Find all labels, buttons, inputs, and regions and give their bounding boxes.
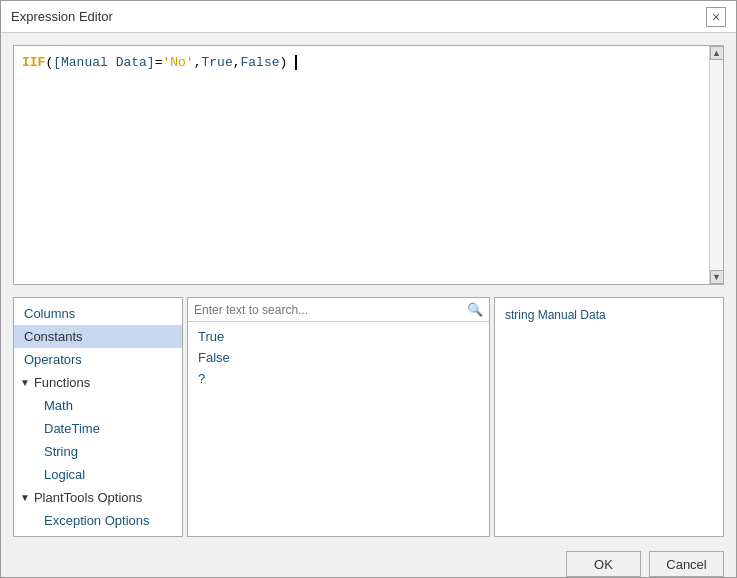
nav-item-exception-options[interactable]: Exception Options <box>14 509 182 532</box>
expr-value: 'No' <box>162 55 193 70</box>
cursor <box>287 55 297 70</box>
nav-item-math[interactable]: Math <box>14 394 182 417</box>
nav-section-planttools[interactable]: ▼ PlantTools Options <box>14 486 182 509</box>
scroll-up-arrow[interactable]: ▲ <box>710 46 724 60</box>
nav-item-logical[interactable]: Logical <box>14 463 182 486</box>
right-panel: string Manual Data <box>494 297 724 537</box>
nav-section-functions[interactable]: ▼ Functions <box>14 371 182 394</box>
expression-editor-dialog: Expression Editor × IIF([Manual Data]='N… <box>0 0 737 578</box>
nav-item-constants[interactable]: Constants <box>14 325 182 348</box>
collapse-icon: ▼ <box>20 377 30 388</box>
left-panel: Columns Constants Operators ▼ Functions … <box>13 297 183 537</box>
title-bar: Expression Editor × <box>1 1 736 33</box>
footer: OK Cancel <box>1 545 736 578</box>
collapse-icon-plant: ▼ <box>20 492 30 503</box>
dialog-title: Expression Editor <box>11 9 113 24</box>
vertical-scrollbar[interactable]: ▲ ▼ <box>709 46 723 284</box>
functions-label: Functions <box>34 375 90 390</box>
nav-item-columns[interactable]: Columns <box>14 302 182 325</box>
cancel-button[interactable]: Cancel <box>649 551 724 577</box>
planttools-label: PlantTools Options <box>34 490 142 505</box>
info-text: string Manual Data <box>501 304 717 326</box>
search-box: 🔍 <box>188 298 489 322</box>
close-button[interactable]: × <box>706 7 726 27</box>
expression-area: IIF([Manual Data]='No',True,False) ▲ ▼ <box>13 45 724 285</box>
search-input[interactable] <box>194 303 467 317</box>
expr-false: False <box>241 55 280 70</box>
scroll-down-arrow[interactable]: ▼ <box>710 270 724 284</box>
nav-item-operators[interactable]: Operators <box>14 348 182 371</box>
expr-iif: IIF <box>22 55 45 70</box>
scroll-track <box>710 60 723 270</box>
mid-panel: 🔍 True False ? <box>187 297 490 537</box>
ok-button[interactable]: OK <box>566 551 641 577</box>
panels-container: Columns Constants Operators ▼ Functions … <box>13 297 724 537</box>
mid-list: True False ? <box>188 322 489 536</box>
nav-item-datetime[interactable]: DateTime <box>14 417 182 440</box>
expr-comma2: , <box>233 55 241 70</box>
list-item[interactable]: True <box>188 326 489 347</box>
nav-item-string[interactable]: String <box>14 440 182 463</box>
expr-true: True <box>201 55 232 70</box>
list-item[interactable]: False <box>188 347 489 368</box>
expr-field-bracket: [Manual Data] <box>53 55 154 70</box>
list-item[interactable]: ? <box>188 368 489 389</box>
search-icon: 🔍 <box>467 302 483 317</box>
